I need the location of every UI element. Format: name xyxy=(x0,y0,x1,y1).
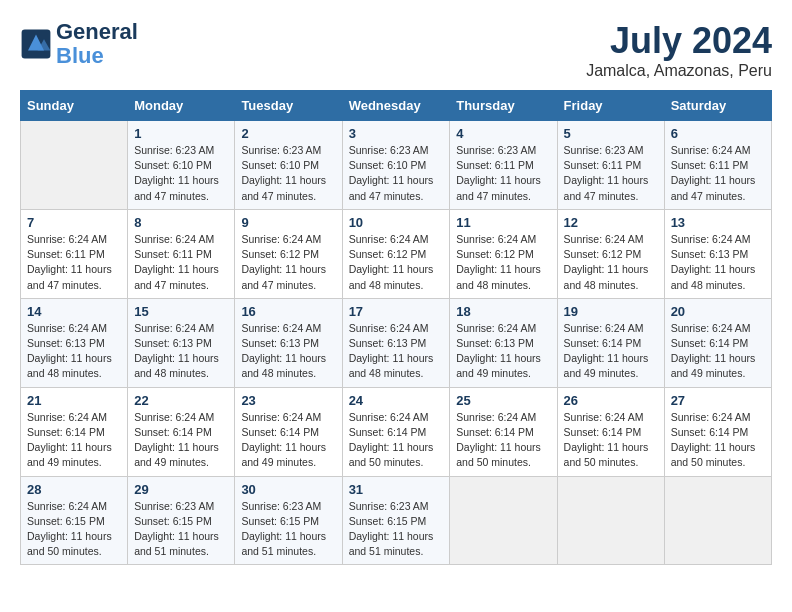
day-number: 9 xyxy=(241,215,335,230)
day-detail: Sunrise: 6:23 AMSunset: 6:15 PMDaylight:… xyxy=(134,499,228,560)
calendar-cell: 30Sunrise: 6:23 AMSunset: 6:15 PMDayligh… xyxy=(235,476,342,565)
day-number: 22 xyxy=(134,393,228,408)
day-number: 13 xyxy=(671,215,765,230)
logo: General Blue xyxy=(20,20,138,68)
calendar-cell: 12Sunrise: 6:24 AMSunset: 6:12 PMDayligh… xyxy=(557,209,664,298)
calendar-cell: 16Sunrise: 6:24 AMSunset: 6:13 PMDayligh… xyxy=(235,298,342,387)
calendar-cell xyxy=(450,476,557,565)
calendar-cell: 7Sunrise: 6:24 AMSunset: 6:11 PMDaylight… xyxy=(21,209,128,298)
day-number: 31 xyxy=(349,482,444,497)
day-number: 1 xyxy=(134,126,228,141)
calendar-cell: 29Sunrise: 6:23 AMSunset: 6:15 PMDayligh… xyxy=(128,476,235,565)
calendar-cell: 24Sunrise: 6:24 AMSunset: 6:14 PMDayligh… xyxy=(342,387,450,476)
day-detail: Sunrise: 6:24 AMSunset: 6:14 PMDaylight:… xyxy=(671,410,765,471)
calendar-week-4: 21Sunrise: 6:24 AMSunset: 6:14 PMDayligh… xyxy=(21,387,772,476)
day-number: 30 xyxy=(241,482,335,497)
logo-text: General Blue xyxy=(56,20,138,68)
day-detail: Sunrise: 6:24 AMSunset: 6:14 PMDaylight:… xyxy=(27,410,121,471)
day-detail: Sunrise: 6:23 AMSunset: 6:10 PMDaylight:… xyxy=(134,143,228,204)
calendar-week-2: 7Sunrise: 6:24 AMSunset: 6:11 PMDaylight… xyxy=(21,209,772,298)
day-number: 5 xyxy=(564,126,658,141)
day-detail: Sunrise: 6:24 AMSunset: 6:14 PMDaylight:… xyxy=(134,410,228,471)
day-detail: Sunrise: 6:24 AMSunset: 6:13 PMDaylight:… xyxy=(456,321,550,382)
day-number: 21 xyxy=(27,393,121,408)
day-number: 15 xyxy=(134,304,228,319)
day-detail: Sunrise: 6:24 AMSunset: 6:14 PMDaylight:… xyxy=(241,410,335,471)
month-title: July 2024 xyxy=(586,20,772,62)
day-detail: Sunrise: 6:24 AMSunset: 6:13 PMDaylight:… xyxy=(27,321,121,382)
day-detail: Sunrise: 6:24 AMSunset: 6:14 PMDaylight:… xyxy=(564,410,658,471)
day-number: 17 xyxy=(349,304,444,319)
col-header-monday: Monday xyxy=(128,91,235,121)
day-detail: Sunrise: 6:23 AMSunset: 6:11 PMDaylight:… xyxy=(456,143,550,204)
calendar-cell: 20Sunrise: 6:24 AMSunset: 6:14 PMDayligh… xyxy=(664,298,771,387)
calendar-cell: 14Sunrise: 6:24 AMSunset: 6:13 PMDayligh… xyxy=(21,298,128,387)
calendar-cell: 15Sunrise: 6:24 AMSunset: 6:13 PMDayligh… xyxy=(128,298,235,387)
calendar-cell: 19Sunrise: 6:24 AMSunset: 6:14 PMDayligh… xyxy=(557,298,664,387)
day-detail: Sunrise: 6:24 AMSunset: 6:12 PMDaylight:… xyxy=(241,232,335,293)
day-number: 4 xyxy=(456,126,550,141)
day-number: 3 xyxy=(349,126,444,141)
calendar-cell: 17Sunrise: 6:24 AMSunset: 6:13 PMDayligh… xyxy=(342,298,450,387)
col-header-friday: Friday xyxy=(557,91,664,121)
location-title: Jamalca, Amazonas, Peru xyxy=(586,62,772,80)
calendar-cell: 26Sunrise: 6:24 AMSunset: 6:14 PMDayligh… xyxy=(557,387,664,476)
day-number: 19 xyxy=(564,304,658,319)
day-number: 11 xyxy=(456,215,550,230)
calendar-week-5: 28Sunrise: 6:24 AMSunset: 6:15 PMDayligh… xyxy=(21,476,772,565)
day-detail: Sunrise: 6:24 AMSunset: 6:13 PMDaylight:… xyxy=(134,321,228,382)
calendar-cell: 8Sunrise: 6:24 AMSunset: 6:11 PMDaylight… xyxy=(128,209,235,298)
col-header-wednesday: Wednesday xyxy=(342,91,450,121)
calendar-table: SundayMondayTuesdayWednesdayThursdayFrid… xyxy=(20,90,772,565)
day-detail: Sunrise: 6:24 AMSunset: 6:13 PMDaylight:… xyxy=(349,321,444,382)
day-number: 18 xyxy=(456,304,550,319)
calendar-cell: 2Sunrise: 6:23 AMSunset: 6:10 PMDaylight… xyxy=(235,121,342,210)
day-number: 25 xyxy=(456,393,550,408)
calendar-cell xyxy=(21,121,128,210)
day-detail: Sunrise: 6:23 AMSunset: 6:15 PMDaylight:… xyxy=(349,499,444,560)
day-detail: Sunrise: 6:23 AMSunset: 6:15 PMDaylight:… xyxy=(241,499,335,560)
calendar-cell xyxy=(664,476,771,565)
page-header: General Blue July 2024 Jamalca, Amazonas… xyxy=(20,20,772,80)
day-detail: Sunrise: 6:24 AMSunset: 6:14 PMDaylight:… xyxy=(564,321,658,382)
day-detail: Sunrise: 6:23 AMSunset: 6:10 PMDaylight:… xyxy=(349,143,444,204)
day-detail: Sunrise: 6:24 AMSunset: 6:11 PMDaylight:… xyxy=(134,232,228,293)
title-block: July 2024 Jamalca, Amazonas, Peru xyxy=(586,20,772,80)
day-detail: Sunrise: 6:24 AMSunset: 6:11 PMDaylight:… xyxy=(671,143,765,204)
calendar-cell: 11Sunrise: 6:24 AMSunset: 6:12 PMDayligh… xyxy=(450,209,557,298)
calendar-cell: 22Sunrise: 6:24 AMSunset: 6:14 PMDayligh… xyxy=(128,387,235,476)
calendar-header-row: SundayMondayTuesdayWednesdayThursdayFrid… xyxy=(21,91,772,121)
day-detail: Sunrise: 6:24 AMSunset: 6:14 PMDaylight:… xyxy=(671,321,765,382)
col-header-thursday: Thursday xyxy=(450,91,557,121)
calendar-cell: 3Sunrise: 6:23 AMSunset: 6:10 PMDaylight… xyxy=(342,121,450,210)
calendar-cell: 4Sunrise: 6:23 AMSunset: 6:11 PMDaylight… xyxy=(450,121,557,210)
day-number: 28 xyxy=(27,482,121,497)
day-number: 20 xyxy=(671,304,765,319)
day-number: 10 xyxy=(349,215,444,230)
day-detail: Sunrise: 6:24 AMSunset: 6:14 PMDaylight:… xyxy=(456,410,550,471)
calendar-cell: 28Sunrise: 6:24 AMSunset: 6:15 PMDayligh… xyxy=(21,476,128,565)
day-number: 12 xyxy=(564,215,658,230)
calendar-cell: 1Sunrise: 6:23 AMSunset: 6:10 PMDaylight… xyxy=(128,121,235,210)
day-number: 7 xyxy=(27,215,121,230)
day-number: 14 xyxy=(27,304,121,319)
col-header-tuesday: Tuesday xyxy=(235,91,342,121)
day-number: 6 xyxy=(671,126,765,141)
calendar-cell xyxy=(557,476,664,565)
calendar-cell: 25Sunrise: 6:24 AMSunset: 6:14 PMDayligh… xyxy=(450,387,557,476)
calendar-cell: 13Sunrise: 6:24 AMSunset: 6:13 PMDayligh… xyxy=(664,209,771,298)
day-number: 26 xyxy=(564,393,658,408)
day-number: 23 xyxy=(241,393,335,408)
col-header-sunday: Sunday xyxy=(21,91,128,121)
day-number: 24 xyxy=(349,393,444,408)
calendar-cell: 21Sunrise: 6:24 AMSunset: 6:14 PMDayligh… xyxy=(21,387,128,476)
day-detail: Sunrise: 6:23 AMSunset: 6:10 PMDaylight:… xyxy=(241,143,335,204)
day-detail: Sunrise: 6:24 AMSunset: 6:12 PMDaylight:… xyxy=(349,232,444,293)
calendar-cell: 27Sunrise: 6:24 AMSunset: 6:14 PMDayligh… xyxy=(664,387,771,476)
day-detail: Sunrise: 6:23 AMSunset: 6:11 PMDaylight:… xyxy=(564,143,658,204)
day-detail: Sunrise: 6:24 AMSunset: 6:12 PMDaylight:… xyxy=(564,232,658,293)
col-header-saturday: Saturday xyxy=(664,91,771,121)
day-number: 27 xyxy=(671,393,765,408)
day-number: 29 xyxy=(134,482,228,497)
calendar-cell: 6Sunrise: 6:24 AMSunset: 6:11 PMDaylight… xyxy=(664,121,771,210)
